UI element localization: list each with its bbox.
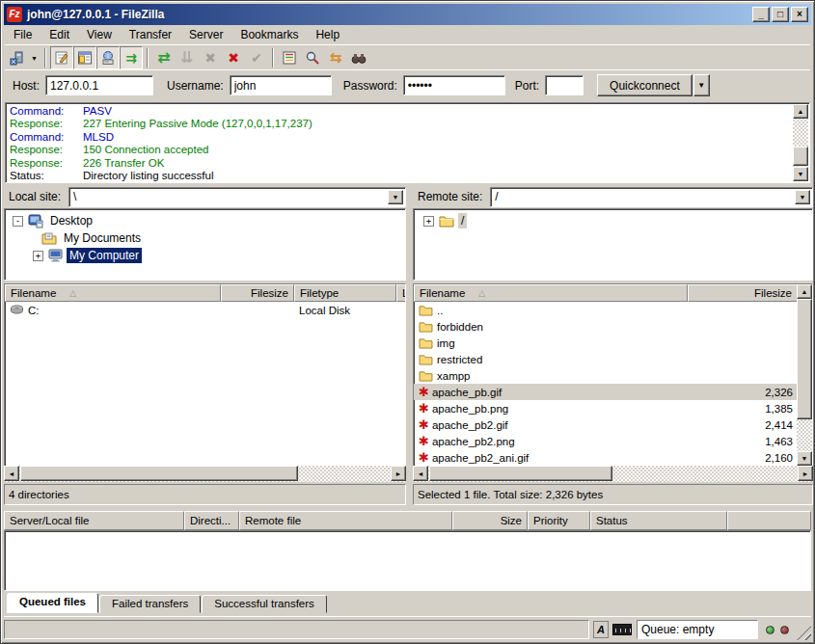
log-scrollbar[interactable]: ▲ ▼ xyxy=(793,104,808,181)
file-row[interactable]: ✱apache_pb2_ani.gif 2,160 xyxy=(414,449,798,466)
column-filesize[interactable]: Filesize xyxy=(221,284,294,302)
cancel-button[interactable]: ✖ xyxy=(199,46,222,69)
transfer-queue: Server/Local file Directi... Remote file… xyxy=(4,511,811,592)
password-input[interactable] xyxy=(403,75,505,95)
pane-splitter[interactable] xyxy=(406,186,413,505)
refresh-button[interactable]: ⇄ xyxy=(152,46,176,69)
local-file-list[interactable]: Filename△ Filesize Filetype L C: xyxy=(4,283,406,467)
file-row-selected[interactable]: ✱apache_pb.gif 2,326 xyxy=(414,384,798,400)
scrollbar-thumb[interactable] xyxy=(429,466,612,481)
column-filename[interactable]: Filename△ xyxy=(5,284,221,302)
disconnect-button[interactable]: ✖ xyxy=(222,46,245,69)
toggle-message-log-button[interactable] xyxy=(50,46,73,69)
menu-help[interactable]: Help xyxy=(307,26,348,43)
column-filesize[interactable]: Filesize xyxy=(688,284,798,302)
remote-site-combo[interactable]: / ▼ xyxy=(490,187,813,207)
host-input[interactable] xyxy=(45,75,153,95)
column-status[interactable]: Status xyxy=(590,511,727,530)
local-tree[interactable]: - Desktop xyxy=(4,208,406,281)
tab-successful-transfers[interactable]: Successful transfers xyxy=(202,595,327,613)
scroll-left-icon[interactable]: ◄ xyxy=(413,466,428,481)
column-remote-file[interactable]: Remote file xyxy=(239,511,452,530)
message-log[interactable]: Command:PASV Response:227 Entering Passi… xyxy=(5,102,810,183)
site-manager-button[interactable] xyxy=(5,46,28,69)
close-button[interactable]: × xyxy=(791,7,808,22)
scroll-down-icon[interactable]: ▼ xyxy=(793,167,808,181)
scroll-up-icon[interactable]: ▲ xyxy=(797,284,812,299)
scrollbar-thumb[interactable] xyxy=(793,147,808,166)
scroll-right-icon[interactable]: ► xyxy=(391,466,406,481)
local-list-header: Filename△ Filesize Filetype L xyxy=(5,284,405,302)
toggle-remote-tree-button[interactable] xyxy=(96,46,120,69)
scroll-down-icon[interactable]: ▼ xyxy=(797,451,812,466)
filter-button[interactable] xyxy=(278,46,301,69)
username-input[interactable] xyxy=(230,75,332,95)
speed-limits-icon[interactable] xyxy=(612,624,632,635)
reconnect-button[interactable]: ✔ xyxy=(245,46,268,69)
remote-file-list[interactable]: Filename△ Filesize .. forbidden img rest… xyxy=(413,283,813,467)
file-row[interactable]: ✱apache_pb2.gif 2,414 xyxy=(414,416,798,433)
combo-arrow-icon[interactable]: ▼ xyxy=(795,190,810,204)
file-row[interactable]: ✱apache_pb2.png 1,463 xyxy=(414,433,798,449)
scrollbar-thumb[interactable] xyxy=(20,466,298,481)
minimize-button[interactable]: _ xyxy=(752,7,770,22)
file-row[interactable]: ✱apache_pb.png 1,385 xyxy=(414,400,798,416)
column-size[interactable]: Size xyxy=(452,511,528,530)
title-bar[interactable]: Fz john@127.0.0.1 - FileZilla _ □ × xyxy=(4,4,811,25)
column-filetype[interactable]: Filetype xyxy=(294,284,396,302)
menu-edit[interactable]: Edit xyxy=(41,26,78,43)
file-row[interactable]: .. xyxy=(414,302,798,318)
resize-grip[interactable] xyxy=(797,626,811,640)
column-server-local-file[interactable]: Server/Local file xyxy=(4,511,184,530)
site-manager-dropdown[interactable]: ▼ xyxy=(28,47,41,68)
tab-failed-transfers[interactable]: Failed transfers xyxy=(99,595,201,613)
file-row[interactable]: C: Local Disk xyxy=(5,302,405,318)
quickconnect-button[interactable]: Quickconnect xyxy=(597,74,693,96)
scroll-up-icon[interactable]: ▲ xyxy=(793,104,808,119)
toggle-local-tree-button[interactable] xyxy=(73,46,96,69)
quickconnect-bar: Host: Username: Password: Port: Quickcon… xyxy=(5,69,810,100)
column-last-modified[interactable]: L xyxy=(396,284,406,302)
tab-queued-files[interactable]: Queued files xyxy=(7,593,98,613)
file-row[interactable]: img xyxy=(414,335,798,351)
desktop-icon xyxy=(28,214,43,228)
process-queue-button[interactable]: ⇊ xyxy=(176,46,199,69)
remote-list-scrollbar[interactable]: ▲ ▼ xyxy=(797,284,812,466)
tree-item-my-documents[interactable]: My Documents xyxy=(5,229,405,247)
toggle-queue-button[interactable]: ⇉ xyxy=(120,46,143,69)
directory-comparison-button[interactable] xyxy=(347,46,370,69)
maximize-button[interactable]: □ xyxy=(772,7,789,22)
collapse-icon[interactable]: - xyxy=(13,216,23,227)
scroll-right-icon[interactable]: ► xyxy=(798,466,813,481)
port-input[interactable] xyxy=(545,75,584,95)
file-row[interactable]: xampp xyxy=(414,367,798,384)
queue-body[interactable] xyxy=(4,530,811,591)
tree-item-my-computer[interactable]: + My Computer xyxy=(5,247,405,264)
file-row[interactable]: forbidden xyxy=(414,318,798,335)
menu-server[interactable]: Server xyxy=(180,26,231,43)
tree-item-root[interactable]: + / xyxy=(414,212,812,229)
synchronized-browsing-button[interactable]: ⇆ xyxy=(324,46,347,69)
menu-transfer[interactable]: Transfer xyxy=(121,26,180,43)
expand-icon[interactable]: + xyxy=(33,251,43,261)
scroll-left-icon[interactable]: ◄ xyxy=(4,466,19,481)
menu-file[interactable]: File xyxy=(5,26,41,43)
remote-tree[interactable]: + / xyxy=(413,208,813,281)
file-row[interactable]: restricted xyxy=(414,351,798,367)
combo-arrow-icon[interactable]: ▼ xyxy=(388,190,403,204)
menu-view[interactable]: View xyxy=(78,26,121,43)
menu-bookmarks[interactable]: Bookmarks xyxy=(231,26,307,43)
tree-item-desktop[interactable]: - Desktop xyxy=(5,212,405,229)
expand-icon[interactable]: + xyxy=(423,216,434,227)
quickconnect-dropdown[interactable]: ▼ xyxy=(693,74,710,96)
column-priority[interactable]: Priority xyxy=(528,511,590,530)
column-direction[interactable]: Directi... xyxy=(184,511,239,530)
data-type-icon[interactable]: A xyxy=(593,621,609,638)
column-filename[interactable]: Filename△ xyxy=(414,284,688,302)
file-search-button[interactable] xyxy=(301,46,324,69)
local-horizontal-scrollbar[interactable]: ◄ ► xyxy=(4,466,406,482)
scrollbar-thumb[interactable] xyxy=(797,299,812,419)
local-site-combo[interactable]: \ ▼ xyxy=(68,187,406,207)
local-site-label: Local site: xyxy=(4,190,68,203)
remote-horizontal-scrollbar[interactable]: ◄ ► xyxy=(413,466,813,482)
